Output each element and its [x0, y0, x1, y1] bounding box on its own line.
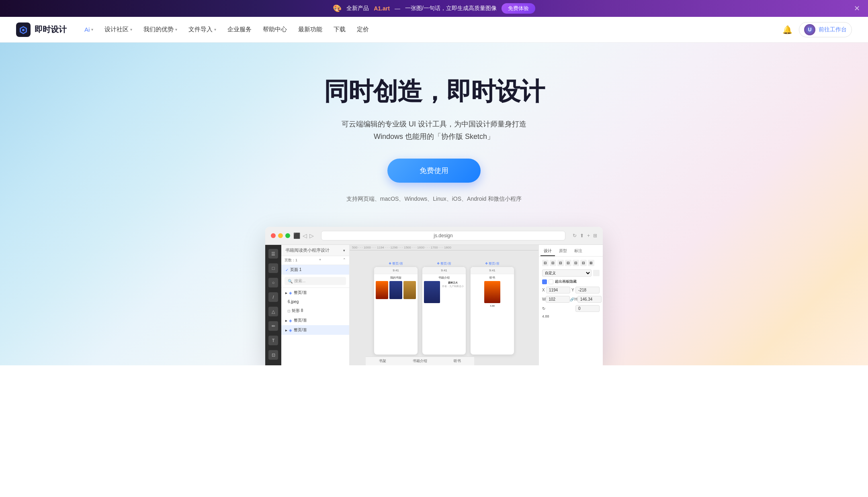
rotation-icon: ↻ [542, 306, 545, 311]
canvas-tab-0[interactable]: 书架 [379, 358, 386, 364]
banner-product: A1.art [374, 5, 390, 12]
resize-icon[interactable] [593, 270, 600, 276]
x-input[interactable] [546, 287, 570, 293]
user-workspace-label: 前往工作台 [819, 26, 847, 33]
right-tab-annotate[interactable]: 标注 [571, 246, 585, 256]
nav-item-advantages[interactable]: 我们的优势 ▾ [139, 23, 182, 36]
nav-community-chevron: ▾ [130, 27, 132, 32]
browser-tab-icon[interactable]: + [587, 233, 590, 238]
image-tool-icon[interactable]: ⊡ [268, 350, 278, 360]
browser-share-icon[interactable]: ⬆ [580, 233, 584, 238]
clip-checkbox[interactable] [542, 279, 547, 284]
nav-item-features[interactable]: 最新功能 [293, 23, 327, 36]
page-icon[interactable]: □ [268, 263, 278, 273]
canvas-tab-2[interactable]: 听书 [454, 358, 461, 364]
phone-mockup-2[interactable]: 9:41 书籍介绍 森林之火 作者：九尸纳斯达小 [422, 267, 466, 355]
layer-name-4: 整页/首 [294, 327, 307, 333]
layer-6jpeg[interactable]: 6.jpeg [281, 297, 349, 306]
add-page-icon[interactable]: + [319, 258, 321, 263]
book-detail-info: 森林之火 作者：九尸纳斯达小 [441, 281, 464, 288]
phone-body-3: 听书 4.88 [471, 274, 514, 309]
layer-name-3: 整页/首 [294, 318, 307, 323]
h-label: H [574, 297, 577, 301]
book-detail-cover [424, 281, 440, 303]
canvas-tab-1[interactable]: 书籍介绍 [413, 358, 427, 364]
scale-label: 4.88 [542, 314, 549, 318]
nav-item-download[interactable]: 下载 [329, 23, 350, 36]
paint-tool-icon[interactable]: ✏ [268, 321, 278, 331]
logo-area[interactable]: 即时设计 [16, 22, 67, 37]
user-area[interactable]: U 前往工作台 [799, 22, 852, 37]
triangle-tool-icon[interactable]: △ [268, 307, 278, 316]
hamburger-menu-icon[interactable]: ☰ [268, 249, 278, 259]
banner-cta-button[interactable]: 免费体验 [502, 3, 535, 14]
layer-expand2-icon: ▸ [285, 318, 287, 323]
browser-forward-icon[interactable]: ▷ [309, 232, 314, 239]
w-input[interactable] [546, 296, 570, 303]
logo-icon [16, 22, 31, 37]
pen-tool-icon[interactable]: / [268, 292, 278, 302]
phone-mockup-1[interactable]: 9:41 我的书架 [374, 267, 418, 355]
expand-icon[interactable]: ⌃ [343, 258, 346, 263]
y-input[interactable] [575, 287, 600, 293]
browser-reload-icon[interactable]: ↻ [573, 233, 577, 238]
hero-section: 同时创造，即时设计 可云端编辑的专业级 UI 设计工具，为中国设计师量身打造 W… [0, 43, 868, 365]
browser-nav-icons: ⬛ ◁ ▷ [293, 232, 314, 239]
nav-enterprise-label: 企业服务 [227, 26, 252, 33]
layer-zhengye-shou[interactable]: ▸ ◈ 整页/首 [281, 288, 349, 297]
layer-page1[interactable]: ✓ 页面 1 [281, 265, 349, 275]
nav-item-import[interactable]: 文件导入 ▾ [184, 23, 221, 36]
wh-row: W 🔗 H [542, 296, 600, 303]
nav-item-community[interactable]: 设计社区 ▾ [100, 23, 137, 36]
audio-book-cover [484, 281, 500, 303]
nav-pricing-label: 定价 [357, 26, 369, 33]
logo-text: 即时设计 [35, 24, 67, 35]
size-preset-select[interactable]: 自定义 [542, 269, 592, 277]
h-input[interactable] [577, 296, 602, 303]
banner-close-icon[interactable]: ✕ [854, 4, 860, 13]
phone-status-bar-3: 9:41 [471, 267, 514, 274]
nav-download-label: 下载 [334, 26, 346, 33]
phone-mockup-3[interactable]: 9:41 听书 4.88 [470, 267, 514, 355]
app-canvas[interactable]: 500 · · · 1000 · · · 1194 · · · 1296 · ·… [350, 245, 538, 365]
nav-item-help[interactable]: 帮助中心 [258, 23, 292, 36]
hero-cta-button[interactable]: 免费使用 [387, 159, 481, 183]
circle-tool-icon[interactable]: ○ [268, 278, 278, 287]
layer-rect8[interactable]: □ 矩形 8 [281, 306, 349, 316]
hero-platforms: 支持网页端、macOS、Windows、Linux、iOS、Android 和微… [8, 196, 860, 203]
book-author: 作者：九尸纳斯达小 [441, 285, 464, 288]
align-right-icon[interactable]: ⊟ [557, 260, 564, 266]
outline-checkbox[interactable] [549, 279, 553, 284]
banner-separator: — [395, 5, 400, 12]
sidebar-options-icon[interactable]: ▾ [343, 248, 345, 253]
scale-row: 4.88 [542, 314, 600, 318]
browser-fullscreen-icon[interactable]: ⊞ [593, 233, 597, 238]
nav-item-ai[interactable]: Ai ▾ [80, 24, 98, 35]
align-bottom-icon[interactable]: ⊟ [580, 260, 587, 266]
layer-name-0: 整页/首 [294, 290, 307, 295]
notification-bell-icon[interactable]: 🔔 [782, 25, 792, 35]
rotation-input[interactable] [575, 305, 600, 312]
phone-status-bar-1: 9:41 [374, 267, 418, 274]
text-tool-icon[interactable]: T [268, 336, 278, 345]
right-panel-tabs: 设计 原型 标注 [539, 245, 603, 257]
layer-zhengye-b[interactable]: ▸ ◈ 整页/首 [281, 316, 349, 325]
nav-item-enterprise[interactable]: 企业服务 [223, 23, 256, 36]
align-left-icon[interactable]: ⊟ [542, 260, 549, 266]
book-cover-2 [389, 281, 402, 299]
layer-search-box[interactable]: 🔍 搜索... [285, 277, 346, 285]
browser-back-icon[interactable]: ⬛ [293, 232, 300, 239]
align-middle-icon[interactable]: ⊟ [573, 260, 579, 266]
right-tab-design[interactable]: 设计 [540, 246, 555, 256]
file-title: 书籍阅读类小程序设计 [285, 247, 330, 253]
align-top-icon[interactable]: ⊟ [565, 260, 571, 266]
hero-subtitle: 可云端编辑的专业级 UI 设计工具，为中国设计师量身打造 Windows 也能用… [8, 118, 860, 143]
top-banner: 🎨 全新产品 A1.art — 一张图/一句话，立即生成高质量图像 免费体验 ✕ [0, 0, 868, 17]
distribute-icon[interactable]: ⊞ [588, 260, 594, 266]
right-tab-prototype[interactable]: 原型 [556, 246, 570, 256]
nav-item-pricing[interactable]: 定价 [352, 23, 374, 36]
link-icon: 🔗 [570, 297, 574, 301]
align-center-icon[interactable]: ⊟ [550, 260, 556, 266]
browser-url-bar[interactable]: js.design [321, 231, 565, 240]
layer-zhengye-c[interactable]: ▸ ◈ 整页/首 [281, 325, 349, 335]
